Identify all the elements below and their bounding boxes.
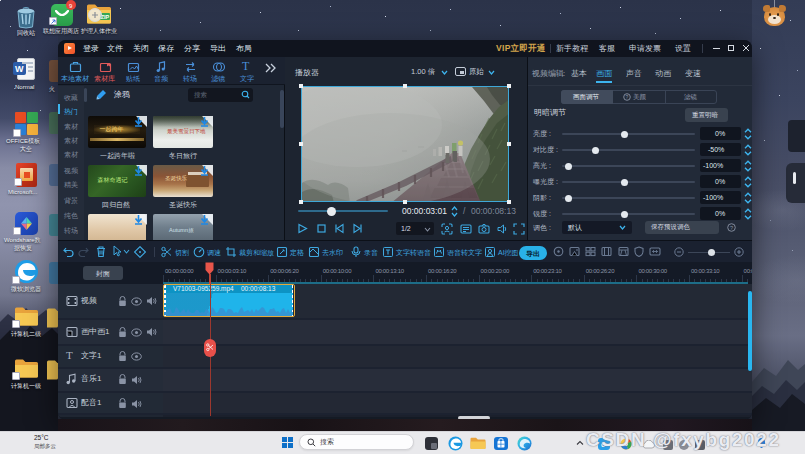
svg-text:?: ? — [730, 225, 733, 231]
svg-text:?: ? — [626, 94, 629, 100]
svg-text:ZIP: ZIP — [101, 14, 110, 20]
